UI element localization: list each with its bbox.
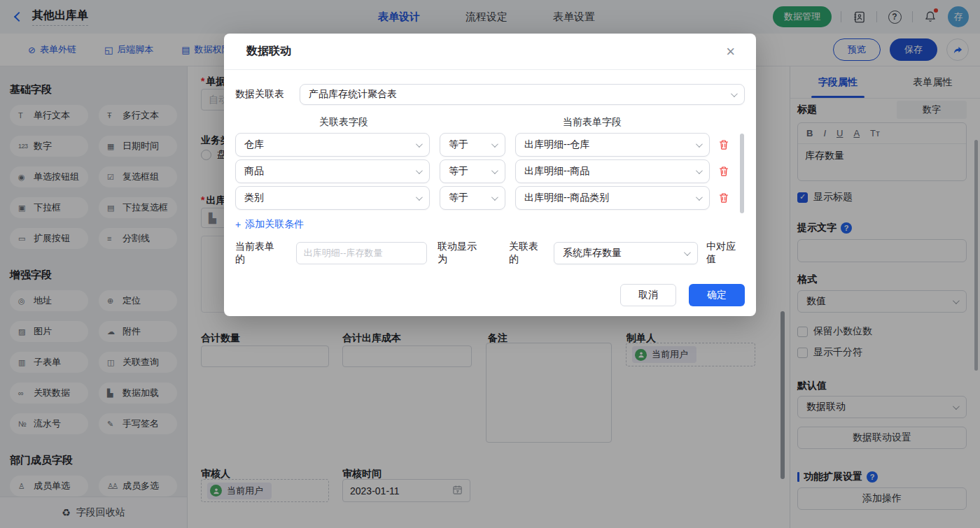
operator-select[interactable]: 等于 [440, 133, 505, 157]
linkage-table-row: 数据关联表 产品库存统计聚合表 [235, 84, 745, 105]
operator-select[interactable]: 等于 [440, 186, 505, 210]
chevron-down-icon [491, 141, 498, 148]
chevron-down-icon [731, 90, 738, 97]
delete-condition-icon[interactable] [718, 139, 729, 150]
form-field-select[interactable]: 出库明细--仓库 [515, 133, 710, 157]
chevron-down-icon [696, 167, 703, 174]
current-field-input[interactable]: 出库明细--库存数量 [296, 242, 427, 264]
chevron-down-icon [491, 167, 498, 174]
condition-row: 商品 等于 出库明细--商品 [235, 159, 745, 183]
app-window: 其他出库单 表单设计 流程设定 表单设置 数据管理 ? 存 ⊘ [0, 0, 980, 528]
operator-select[interactable]: 等于 [440, 159, 505, 183]
related-field-select[interactable]: 类别 [235, 186, 430, 210]
add-condition-link[interactable]: + 添加关联条件 [235, 218, 745, 231]
condition-row: 类别 等于 出库明细--商品类别 [235, 186, 745, 210]
close-icon[interactable]: × [726, 44, 735, 59]
condition-column-headers: 关联表字段 当前表单字段 [235, 116, 745, 130]
related-table-label: 关联表的 [509, 241, 547, 266]
chevron-down-icon [416, 194, 423, 201]
modal-footer: 取消 确定 [235, 284, 745, 306]
modal-scrollbar[interactable] [740, 134, 744, 213]
display-as-label: 联动显示为 [438, 241, 486, 266]
modal-body: 数据关联表 产品库存统计聚合表 关联表字段 当前表单字段 仓库 等于 出库明细-… [224, 84, 756, 306]
related-value-select[interactable]: 系统库存数量 [554, 242, 698, 264]
related-field-select[interactable]: 商品 [235, 159, 430, 183]
delete-condition-icon[interactable] [718, 192, 729, 204]
linkage-table-select[interactable]: 产品库存统计聚合表 [300, 84, 745, 105]
related-field-select[interactable]: 仓库 [235, 133, 430, 157]
modal-title: 数据联动 [246, 44, 291, 59]
related-table-field-header: 关联表字段 [319, 116, 368, 129]
form-field-select[interactable]: 出库明细--商品类别 [515, 186, 710, 210]
data-linkage-modal: 数据联动 × 数据关联表 产品库存统计聚合表 关联表字段 当前表单字段 仓库 等… [224, 34, 756, 316]
chevron-down-icon [696, 194, 703, 201]
plus-icon: + [235, 219, 241, 230]
chevron-down-icon [684, 249, 691, 256]
chevron-down-icon [696, 141, 703, 148]
form-field-select[interactable]: 出库明细--商品 [515, 159, 710, 183]
chevron-down-icon [416, 141, 423, 148]
modal-header: 数据联动 × [224, 34, 756, 70]
chevron-down-icon [491, 194, 498, 201]
cancel-button[interactable]: 取消 [620, 284, 676, 306]
confirm-button[interactable]: 确定 [689, 284, 745, 306]
current-form-field-header: 当前表单字段 [563, 116, 622, 129]
chevron-down-icon [416, 167, 423, 174]
mapping-row: 当前表单的 出库明细--库存数量 联动显示为 关联表的 系统库存数量 中对应值 [235, 241, 745, 266]
delete-condition-icon[interactable] [718, 166, 729, 177]
condition-row: 仓库 等于 出库明细--仓库 [235, 133, 745, 157]
corresponding-value-label: 中对应值 [706, 241, 745, 266]
linkage-table-label: 数据关联表 [235, 88, 284, 101]
current-form-label: 当前表单的 [235, 241, 284, 266]
